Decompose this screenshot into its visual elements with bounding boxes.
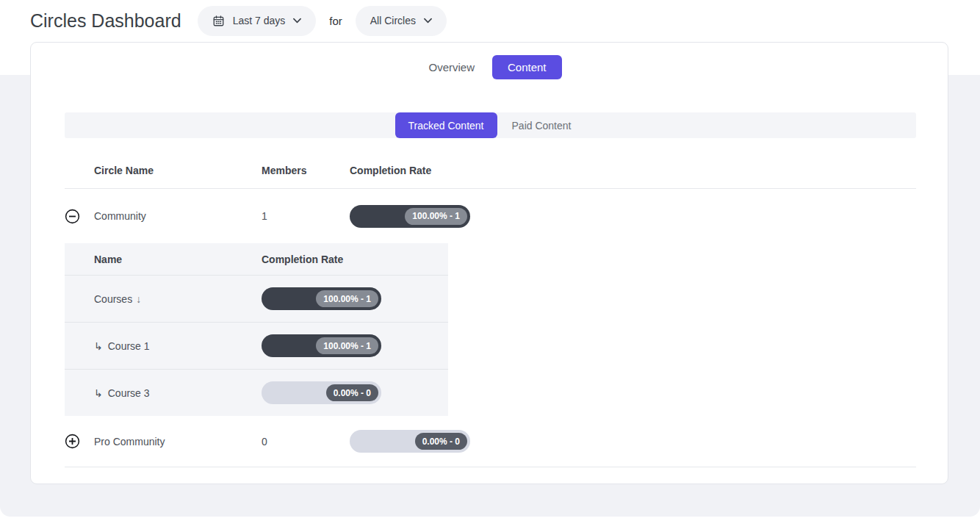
community-content-table: Name Completion Rate Courses↓ 100.00% - … bbox=[65, 243, 448, 416]
content-name: Courses bbox=[94, 293, 132, 305]
main-tabs: Overview Content bbox=[31, 55, 948, 79]
content-subtab-bar: Tracked Content Paid Content bbox=[65, 112, 916, 138]
date-range-label: Last 7 days bbox=[233, 15, 286, 26]
completion-rate-badge: 100.00% - 1 bbox=[405, 208, 467, 225]
nested-column-header-name: Name bbox=[65, 254, 262, 265]
completion-rate-bar: 100.00% - 1 bbox=[262, 334, 381, 357]
table-header-row: Circle Name Members Completion Rate bbox=[65, 138, 916, 189]
chevron-down-icon bbox=[293, 18, 301, 24]
completion-rate-badge: 100.00% - 1 bbox=[316, 337, 378, 354]
nested-header-row: Name Completion Rate bbox=[65, 243, 448, 275]
content-name: Course 3 bbox=[108, 387, 150, 399]
tab-content[interactable]: Content bbox=[492, 55, 562, 79]
page-title: Circles Dashboard bbox=[30, 10, 181, 32]
table-row-pro-community: Pro Community 0 0.00% - 0 bbox=[65, 416, 916, 467]
content-name: Course 1 bbox=[108, 340, 150, 352]
expand-row-button[interactable] bbox=[65, 434, 80, 449]
nested-row-courses: Courses↓ 100.00% - 1 bbox=[65, 275, 448, 322]
circle-name: Community bbox=[94, 210, 146, 222]
filter-connector-text: for bbox=[329, 15, 342, 27]
date-range-dropdown[interactable]: Last 7 days bbox=[198, 6, 317, 36]
chevron-down-icon bbox=[424, 18, 432, 24]
completion-rate-badge: 100.00% - 1 bbox=[316, 290, 378, 307]
table-row-community: Community 1 100.00% - 1 bbox=[65, 189, 916, 243]
sort-descending-icon[interactable]: ↓ bbox=[136, 293, 141, 305]
collapse-row-button[interactable] bbox=[65, 209, 80, 224]
column-header-members: Members bbox=[262, 165, 350, 176]
nested-row-course-1: ↳Course 1 100.00% - 1 bbox=[65, 322, 448, 369]
circle-name: Pro Community bbox=[94, 436, 165, 448]
calendar-icon bbox=[212, 15, 225, 27]
completion-rate-bar: 100.00% - 1 bbox=[350, 205, 470, 228]
child-item-arrow-icon: ↳ bbox=[94, 387, 103, 399]
circles-table: Circle Name Members Completion Rate Comm… bbox=[65, 138, 916, 467]
child-item-arrow-icon: ↳ bbox=[94, 340, 103, 352]
nested-column-header-completion-rate: Completion Rate bbox=[262, 254, 448, 265]
column-header-circle-name: Circle Name bbox=[65, 165, 262, 176]
members-count: 1 bbox=[262, 210, 350, 222]
completion-rate-badge: 0.00% - 0 bbox=[415, 433, 467, 450]
subtab-paid-content[interactable]: Paid Content bbox=[497, 112, 586, 138]
completion-rate-badge: 0.00% - 0 bbox=[326, 384, 378, 401]
completion-rate-bar: 0.00% - 0 bbox=[262, 381, 381, 404]
members-count: 0 bbox=[262, 436, 350, 448]
dashboard-card: Overview Content Tracked Content Paid Co… bbox=[30, 42, 948, 484]
column-header-completion-rate: Completion Rate bbox=[350, 165, 916, 176]
tab-overview[interactable]: Overview bbox=[417, 55, 486, 79]
subtab-tracked-content[interactable]: Tracked Content bbox=[395, 112, 497, 138]
page-header: Circles Dashboard Last 7 days for All Ci… bbox=[30, 5, 447, 36]
circle-filter-dropdown[interactable]: All Circles bbox=[356, 6, 447, 36]
completion-rate-bar: 0.00% - 0 bbox=[350, 430, 470, 453]
circle-filter-label: All Circles bbox=[370, 15, 416, 26]
nested-row-course-3: ↳Course 3 0.00% - 0 bbox=[65, 369, 448, 416]
completion-rate-bar: 100.00% - 1 bbox=[262, 287, 381, 310]
